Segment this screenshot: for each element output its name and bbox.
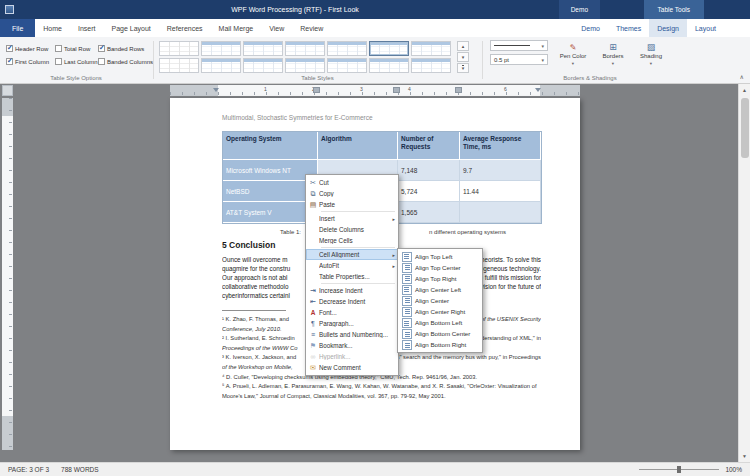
vertical-ruler[interactable] <box>2 98 13 450</box>
checkbox-banded-rows[interactable]: Banded Rows <box>98 42 152 55</box>
table-style-thumbnail[interactable] <box>327 58 367 73</box>
table-header-number-of-requests[interactable]: Number of Requests <box>398 132 460 160</box>
tab-layout[interactable]: Layout <box>687 19 724 37</box>
cell-response[interactable]: 11.44 <box>460 181 541 202</box>
cell-requests[interactable]: 7,148 <box>398 160 460 181</box>
table-style-thumbnail-selected[interactable] <box>369 41 409 56</box>
menu-item-cell-alignment[interactable]: Cell Alignment <box>306 249 398 260</box>
tab-design[interactable]: Design <box>649 19 687 37</box>
checkbox-last-column[interactable]: Last Column <box>55 55 98 68</box>
submenu-item-align-top-left[interactable]: Align Top Left <box>398 251 482 262</box>
checkbox-first-column[interactable]: First Column <box>6 55 55 68</box>
page-indicator[interactable]: PAGE: 3 OF 3 <box>8 466 49 473</box>
borders-button[interactable]: Borders <box>596 39 630 70</box>
menu-separator <box>321 247 395 248</box>
tab-page-layout[interactable]: Page Layout <box>103 19 158 37</box>
submenu-item-align-bottom-center[interactable]: Align Bottom Center <box>398 328 482 339</box>
checkbox-total-row[interactable]: Total Row <box>55 42 98 55</box>
scroll-up-icon[interactable] <box>739 84 750 96</box>
scrollbar-thumb[interactable] <box>741 98 749 158</box>
left-indent-marker[interactable] <box>213 88 219 92</box>
align-bottom-left-icon <box>402 318 412 328</box>
menu-item-decrease-indent[interactable]: Decrease Indent <box>306 296 398 307</box>
menu-item-increase-indent[interactable]: Increase Indent <box>306 285 398 296</box>
submenu-item-align-bottom-left[interactable]: Align Bottom Left <box>398 317 482 328</box>
checkbox-header-row[interactable]: Header Row <box>6 42 55 55</box>
checkbox-banded-columns[interactable]: Banded Columns <box>98 55 152 68</box>
vertical-scrollbar[interactable] <box>738 84 750 462</box>
menu-item-font[interactable]: Font... <box>306 307 398 318</box>
tab-mail-merge[interactable]: Mail Merge <box>211 19 262 37</box>
right-indent-marker[interactable] <box>535 88 541 92</box>
submenu-item-align-center[interactable]: Align Center <box>398 295 482 306</box>
submenu-item-align-top-right[interactable]: Align Top Right <box>398 273 482 284</box>
cell-os[interactable]: NetBSD <box>223 181 318 202</box>
table-style-thumbnail[interactable] <box>243 41 283 56</box>
cell-requests[interactable]: 5,724 <box>398 181 460 202</box>
cell-response[interactable] <box>460 202 541 223</box>
table-style-thumbnail[interactable] <box>243 58 283 73</box>
menu-item-cut[interactable]: Cut <box>306 177 398 188</box>
table-style-thumbnail[interactable] <box>285 41 325 56</box>
menu-item-bullets-and-numbering[interactable]: Bullets and Numbering... <box>306 329 398 340</box>
menu-item-new-comment[interactable]: New Comment <box>306 362 398 373</box>
border-line-weight-dropdown[interactable]: 0.5 pt <box>490 54 548 65</box>
gallery-more-icon[interactable] <box>457 63 469 73</box>
menu-item-insert[interactable]: Insert <box>306 213 398 224</box>
table-style-thumbnail[interactable] <box>411 41 451 56</box>
cell-os[interactable]: AT&T System V <box>223 202 318 223</box>
table-header-operating-system[interactable]: Operating System <box>223 132 318 160</box>
table-style-thumbnail[interactable] <box>285 58 325 73</box>
submenu-item-align-center-left[interactable]: Align Center Left <box>398 284 482 295</box>
submenu-item-align-center-right[interactable]: Align Center Right <box>398 306 482 317</box>
table-column-marker[interactable] <box>455 87 462 93</box>
table-header-avg-response-time[interactable]: Average Response Time, ms <box>460 132 541 160</box>
tab-references[interactable]: References <box>159 19 211 37</box>
table-style-thumbnail[interactable] <box>201 58 241 73</box>
table-column-marker[interactable] <box>393 87 400 93</box>
border-line-style-dropdown[interactable] <box>490 40 548 51</box>
table-style-thumbnail[interactable] <box>369 58 409 73</box>
pen-color-button[interactable]: Pen Color <box>554 39 592 70</box>
table-style-thumbnail[interactable] <box>201 41 241 56</box>
menu-item-copy[interactable]: Copy <box>306 188 398 199</box>
cell-response[interactable]: 9.7 <box>460 160 541 181</box>
word-count[interactable]: 788 WORDS <box>61 466 99 473</box>
zoom-slider-thumb[interactable] <box>677 466 681 473</box>
table-style-thumbnail[interactable] <box>159 41 199 56</box>
menu-item-paste[interactable]: Paste <box>306 199 398 210</box>
menu-item-autofit[interactable]: AutoFit <box>306 260 398 271</box>
menu-item-bookmark[interactable]: Bookmark... <box>306 340 398 351</box>
table-column-marker[interactable] <box>313 87 320 93</box>
tab-insert[interactable]: Insert <box>70 19 104 37</box>
tab-view[interactable]: View <box>261 19 292 37</box>
demo-contextual-group-label: Demo <box>559 0 600 19</box>
tab-home[interactable]: Home <box>35 19 70 37</box>
collapse-ribbon-icon[interactable] <box>740 73 744 80</box>
table-header-algorithm[interactable]: Algorithm <box>318 132 398 160</box>
cell-requests[interactable]: 1,565 <box>398 202 460 223</box>
menu-item-delete-columns[interactable]: Delete Columns <box>306 224 398 235</box>
zoom-level[interactable]: 100% <box>725 466 742 473</box>
tab-themes[interactable]: Themes <box>608 19 649 37</box>
tab-demo[interactable]: Demo <box>573 19 608 37</box>
horizontal-ruler[interactable]: 1 2 3 4 5 6 <box>170 85 580 96</box>
scroll-down-icon[interactable] <box>739 450 750 462</box>
table-style-thumbnail[interactable] <box>411 58 451 73</box>
ruler-tab-selector[interactable] <box>2 85 13 96</box>
submenu-item-align-bottom-right[interactable]: Align Bottom Right <box>398 339 482 350</box>
submenu-item-align-top-center[interactable]: Align Top Center <box>398 262 482 273</box>
zoom-slider[interactable] <box>639 465 719 474</box>
tab-review[interactable]: Review <box>292 19 331 37</box>
menu-item-table-properties[interactable]: Table Properties... <box>306 271 398 282</box>
table-style-thumbnail[interactable] <box>159 58 199 73</box>
menu-item-hyperlink[interactable]: Hyperlink... <box>306 351 398 362</box>
cell-os[interactable]: Microsoft Windows NT <box>223 160 318 181</box>
shading-button[interactable]: Shading <box>634 39 668 70</box>
tab-file[interactable]: File <box>0 19 35 37</box>
menu-item-paragraph[interactable]: Paragraph... <box>306 318 398 329</box>
table-style-thumbnail[interactable] <box>327 41 367 56</box>
gallery-scroll-down-icon[interactable] <box>457 52 469 62</box>
gallery-scroll-up-icon[interactable] <box>457 41 469 51</box>
menu-item-merge-cells[interactable]: Merge Cells <box>306 235 398 246</box>
